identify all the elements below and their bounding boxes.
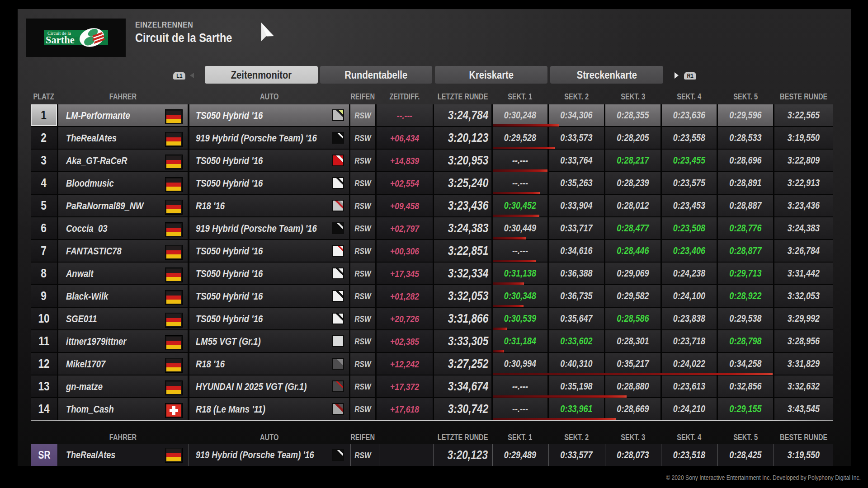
svg-text:Sarthe: Sarthe [46,34,75,46]
